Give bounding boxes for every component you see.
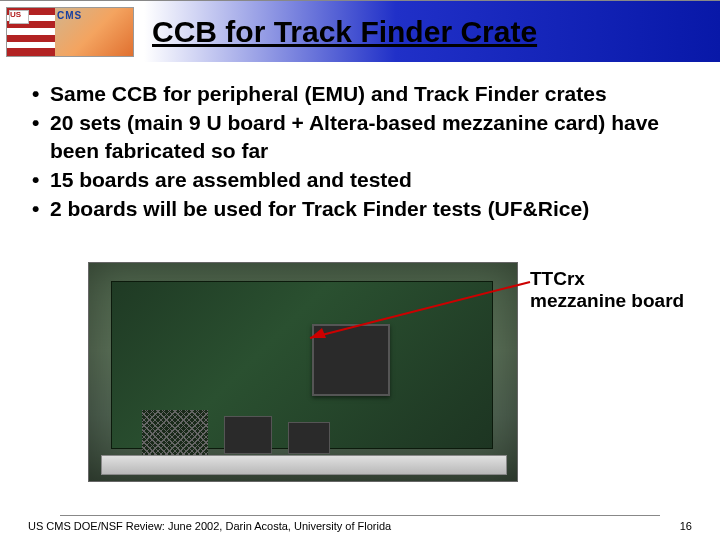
ccb-board-photo (88, 262, 518, 482)
bullet-list: Same CCB for peripheral (EMU) and Track … (28, 80, 692, 222)
callout-label: TTCrx mezzanine board (530, 268, 684, 312)
content-area: Same CCB for peripheral (EMU) and Track … (0, 62, 720, 222)
small-chip (288, 422, 330, 454)
slide-title: CCB for Track Finder Crate (152, 15, 537, 49)
callout-line1: TTCrx (530, 268, 684, 290)
front-panel (101, 455, 507, 475)
footer-divider (60, 515, 660, 516)
page-number: 16 (680, 520, 692, 532)
bullet-item: Same CCB for peripheral (EMU) and Track … (28, 80, 692, 107)
logo-us-text: US (10, 10, 21, 19)
bullet-item: 15 boards are assembled and tested (28, 166, 692, 193)
bullet-item: 2 boards will be used for Track Finder t… (28, 195, 692, 222)
title-bar: US CMS CCB for Track Finder Crate (0, 0, 720, 62)
small-chip (224, 416, 272, 454)
footer: US CMS DOE/NSF Review: June 2002, Darin … (0, 520, 720, 532)
callout-line2: mezzanine board (530, 290, 684, 312)
pcb-board (111, 281, 493, 449)
board-photo-container (88, 262, 518, 482)
footer-text: US CMS DOE/NSF Review: June 2002, Darin … (28, 520, 391, 532)
bullet-item: 20 sets (main 9 U board + Altera-based m… (28, 109, 692, 164)
logo-cms-text: CMS (57, 10, 82, 21)
main-chip (312, 324, 390, 396)
uscms-logo: US CMS (6, 7, 134, 57)
